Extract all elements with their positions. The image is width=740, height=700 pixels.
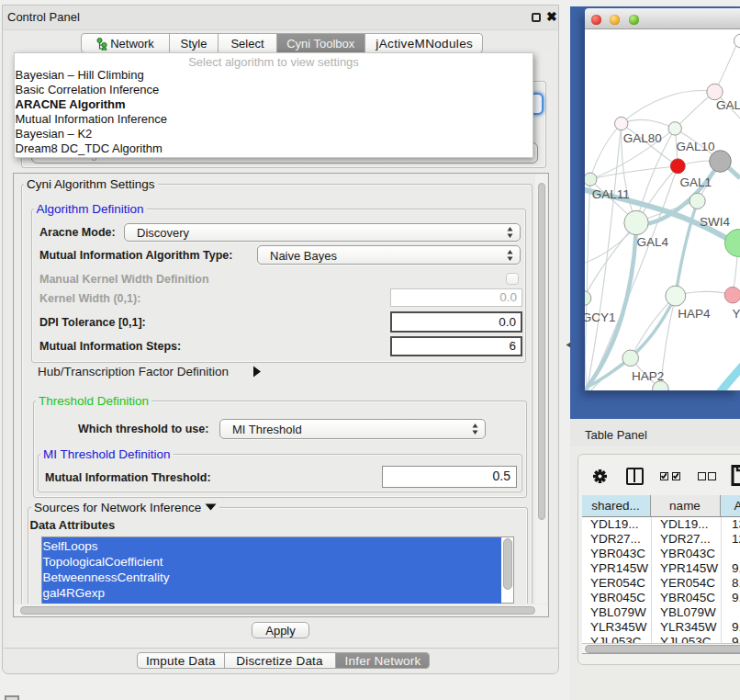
svg-text:GAL1: GAL1 (679, 175, 712, 188)
svg-text:GCY1: GCY1 (585, 310, 616, 324)
svg-text:GAL2: GAL2 (716, 98, 740, 112)
svg-text:GAL80: GAL80 (623, 131, 662, 145)
svg-text:YM: YM (733, 306, 740, 320)
svg-text:GAL11: GAL11 (592, 186, 630, 200)
svg-text:HAP2: HAP2 (632, 368, 664, 382)
svg-text:GAL4: GAL4 (637, 235, 669, 249)
svg-text:GAL10: GAL10 (677, 139, 715, 152)
svg-text:HAP4: HAP4 (678, 306, 711, 320)
svg-text:SWI4: SWI4 (700, 215, 730, 229)
